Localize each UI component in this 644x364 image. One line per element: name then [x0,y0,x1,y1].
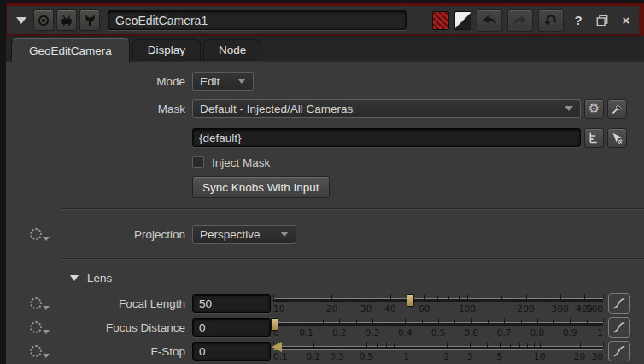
slider-tick [424,294,425,299]
slider-track[interactable] [273,346,603,350]
focus-distance-animation-menu-button[interactable] [30,321,50,333]
slider-handle[interactable] [407,294,414,307]
panel-menu-button[interactable] [12,10,31,31]
tab-node[interactable]: Node [203,39,261,61]
f-stop-input[interactable] [192,342,271,361]
focal-length-row: Focal Length 1020304060100200300400500 [6,291,630,315]
slider-tick [454,320,455,323]
manage-knobs-button[interactable] [79,9,100,31]
mask-dropdown[interactable]: Default - Injected/All Cameras [192,99,581,118]
slider-handle[interactable] [271,318,278,331]
lens-group-header[interactable]: Lens [6,267,630,291]
slider-tick [580,342,581,347]
slider-tick [337,342,337,347]
undo-icon [481,14,498,27]
sync-knobs-row: Sync Knobs With Input [6,173,630,202]
sync-knobs-button[interactable]: Sync Knobs With Input [192,176,330,198]
projection-dropdown[interactable]: Perspective [192,225,296,244]
slider-tick [534,343,535,347]
slider-tick [437,296,438,299]
select-in-viewer-button[interactable] [607,128,627,148]
slider-tick [584,294,585,299]
slider-tick [459,296,460,299]
focal-length-curve-button[interactable] [608,293,630,314]
revert-button[interactable] [538,9,564,32]
slider-tick [273,294,274,299]
slider-tick-label: 0.5 [360,351,374,361]
mask-expression-row [6,123,630,152]
focal-length-animation-menu-button[interactable] [30,297,50,309]
slider-below-range-arrow[interactable] [272,342,282,352]
slider-tick [467,294,468,299]
eyedropper-icon [611,103,624,115]
mode-dropdown[interactable]: Edit [192,72,254,91]
node-name-input[interactable] [108,10,407,30]
float-restore-button[interactable] [593,10,612,31]
slider-tick [313,342,314,347]
tab-display[interactable]: Display [132,39,201,61]
chevron-down-icon [565,106,573,111]
redo-icon [512,14,529,27]
focus-distance-input[interactable] [192,318,271,337]
parameters-panel: Mode Edit Mask Default - Injected/All Ca… [6,62,644,364]
mask-settings-button[interactable]: ⚙ [584,99,604,119]
projection-row: Projection Perspective [6,217,630,251]
slider-tick-label: 40 [384,303,395,314]
focal-length-label: Focal Length [61,297,192,310]
undo-button[interactable] [477,9,502,32]
projection-animation-menu-button[interactable] [30,228,50,240]
slider-tick-label: 200 [518,303,535,314]
mask-expression-input[interactable] [192,128,581,147]
slider-tick [377,343,378,347]
restore-window-icon [596,15,608,26]
f-stop-curve-button[interactable] [608,341,630,361]
slider-tick-label: 20 [326,303,337,314]
f-stop-animation-menu-button[interactable] [30,345,50,357]
inject-mask-label: Inject Mask [212,156,270,169]
slider-tick [603,342,604,347]
slider-tick-label: 0.7 [497,327,512,338]
projection-label: Projection [61,228,192,241]
slider-tick [471,318,472,323]
slider-tick-label: 1 [403,351,409,361]
curve-icon [612,296,627,310]
slider-tick-label: 60 [419,303,430,314]
inject-mask-checkbox[interactable] [192,156,204,168]
scene-graph-button[interactable] [584,128,604,148]
slider-tick-label: 500 [586,303,603,314]
help-button[interactable]: ? [569,10,588,31]
focal-length-slider[interactable]: 1020304060100200300400500 [273,291,603,315]
slider-tick-label: 10 [534,351,545,361]
focus-distance-slider[interactable]: 00.10.20.30.40.50.60.70.80.91 [273,315,603,339]
chevron-down-icon [280,232,289,237]
gl-color-swatch-button[interactable] [454,11,471,30]
redo-button[interactable] [507,9,533,32]
slider-tick [447,342,448,347]
slider-tick [389,320,389,323]
slider-tick [570,318,571,323]
slider-tick [487,343,488,347]
tab-geoeditcamera[interactable]: GeoEditCamera [11,38,130,62]
close-button[interactable]: × [617,10,635,31]
monitor-icon [60,14,73,27]
center-node-button[interactable] [33,9,54,31]
float-window-button[interactable] [56,9,77,31]
focus-distance-curve-button[interactable] [608,317,630,338]
f-stop-slider[interactable]: 0.10.20.30.51235102030 [273,339,603,363]
slider-tick [422,320,423,323]
slider-tick-label: 0.8 [530,327,544,338]
slider-tick [386,343,387,347]
mode-row: Mode Edit [6,68,630,94]
slider-tick [407,342,407,347]
slider-tick-label: 0.2 [332,327,347,338]
slider-track[interactable] [273,298,603,302]
tile-color-swatch-button[interactable] [432,11,449,30]
slider-tick [527,343,528,347]
slider-tick [438,318,439,323]
mask-label: Mask [61,103,192,115]
mask-picker-button[interactable] [607,99,627,119]
chevron-down-icon [43,354,50,358]
slider-tick [587,320,588,323]
focal-length-input[interactable] [192,294,271,313]
focus-distance-label: Focus Distance [61,321,192,334]
